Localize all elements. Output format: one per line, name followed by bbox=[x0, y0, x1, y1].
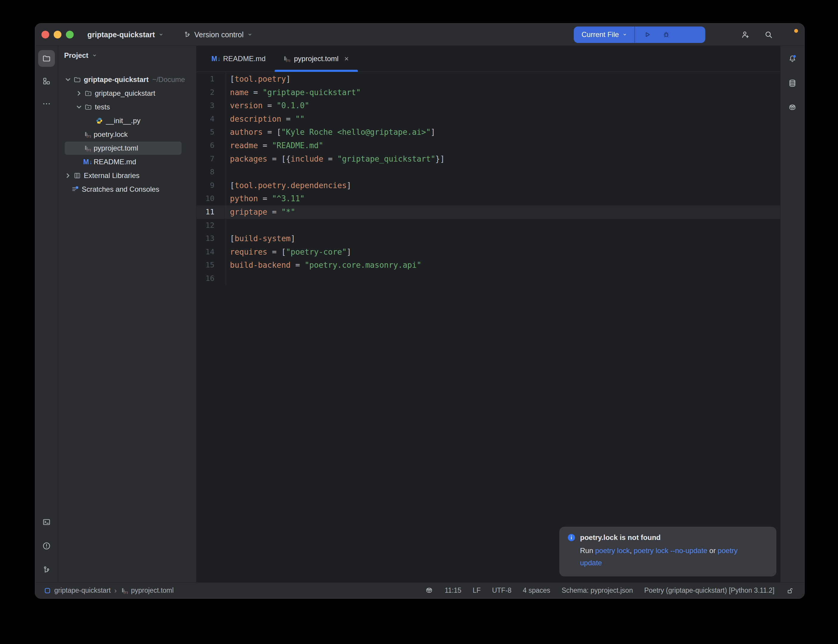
close-button[interactable] bbox=[41, 31, 49, 38]
tab-pyproject-toml[interactable]: [T]pyproject.toml bbox=[274, 46, 358, 72]
code-area: 1[tool.poetry]2name = "griptape-quicksta… bbox=[197, 72, 780, 285]
structure-icon bbox=[42, 77, 51, 85]
tree-item-label: tests bbox=[95, 103, 110, 111]
terminal-tool-button[interactable] bbox=[38, 514, 55, 531]
tree-item-label: griptape-quickstart bbox=[84, 76, 148, 84]
breadcrumb-separator: › bbox=[114, 586, 117, 595]
code-line-13[interactable]: 13[build-system] bbox=[197, 232, 780, 245]
inspections-check-icon[interactable] bbox=[766, 76, 776, 85]
settings-gear-icon[interactable] bbox=[787, 30, 797, 39]
code-line-11[interactable]: 11griptape = "*" bbox=[197, 205, 780, 219]
debug-icon[interactable] bbox=[662, 30, 671, 39]
git-tool-button[interactable] bbox=[38, 562, 55, 578]
code-text: [build-system] bbox=[226, 232, 295, 245]
tree-item-label: griptape_quickstart bbox=[95, 89, 155, 97]
ai-assistant-button[interactable] bbox=[784, 99, 801, 116]
project-tool-button[interactable] bbox=[38, 50, 55, 67]
link-poetry-lock[interactable]: poetry lock bbox=[595, 547, 630, 555]
tree-item-griptape-quickstart-root[interactable]: griptape-quickstart~/Docume bbox=[58, 73, 196, 87]
notifications-button[interactable] bbox=[784, 50, 801, 67]
code-text: griptape = "*" bbox=[226, 205, 295, 219]
run-icon[interactable] bbox=[643, 30, 652, 39]
code-line-8[interactable]: 8 bbox=[197, 166, 780, 179]
minimize-button[interactable] bbox=[54, 31, 61, 38]
chevron-right-icon bbox=[74, 88, 84, 99]
chevron-down-icon bbox=[158, 31, 164, 38]
code-line-14[interactable]: 14requires = ["poetry-core"] bbox=[197, 245, 780, 259]
run-toolbar: Current File bbox=[574, 26, 705, 43]
terminal-icon bbox=[42, 518, 51, 527]
tree-item-griptape_quickstart-dir[interactable]: griptape_quickstart bbox=[58, 87, 196, 100]
toml-icon: [T] bbox=[283, 55, 290, 62]
code-line-7[interactable]: 7packages = [{include = "griptape_quicks… bbox=[197, 152, 780, 166]
code-text: build-backend = "poetry.core.masonry.api… bbox=[226, 258, 421, 272]
tab-readme-md[interactable]: M↓README.md bbox=[203, 46, 274, 72]
close-tab-icon[interactable] bbox=[343, 55, 350, 62]
tree-item-poetry-lock-file[interactable]: [T]poetry.lock bbox=[58, 128, 196, 141]
code-line-15[interactable]: 15build-backend = "poetry.core.masonry.a… bbox=[197, 258, 780, 272]
line-number: 6 bbox=[197, 139, 226, 152]
window-controls bbox=[41, 31, 74, 38]
breadcrumb-file[interactable]: [T]pyproject.toml bbox=[120, 586, 174, 595]
editor[interactable]: 1[tool.poetry]2name = "griptape-quicksta… bbox=[197, 72, 780, 582]
add-user-icon[interactable] bbox=[741, 30, 750, 39]
tree-item-pyproject-toml-file[interactable]: [T]pyproject.toml bbox=[58, 141, 196, 155]
breadcrumb-project[interactable]: griptape-quickstart bbox=[44, 586, 111, 595]
readonly-toggle-icon[interactable] bbox=[786, 586, 794, 595]
interpreter-indicator[interactable]: Poetry (griptape-quickstart) [Python 3.1… bbox=[644, 586, 774, 595]
svg-text:[T]: [T] bbox=[123, 591, 128, 594]
line-ending-indicator[interactable]: LF bbox=[473, 586, 481, 595]
run-configuration-selector[interactable]: Current File bbox=[582, 30, 619, 39]
database-tool-button[interactable] bbox=[784, 75, 801, 92]
line-number: 2 bbox=[197, 86, 226, 99]
search-icon[interactable] bbox=[764, 30, 773, 39]
code-line-5[interactable]: 5authors = ["Kyle Roche <hello@griptape.… bbox=[197, 125, 780, 139]
project-switcher[interactable]: griptape-quickstart bbox=[87, 30, 164, 39]
chevron-down-icon bbox=[62, 74, 73, 85]
markdown-icon: M↓ bbox=[83, 158, 91, 166]
tree-item-tests-dir[interactable]: tests bbox=[58, 100, 196, 114]
code-text: python = "^3.11" bbox=[226, 192, 304, 205]
copilot-icon bbox=[788, 103, 797, 112]
code-line-12[interactable]: 12 bbox=[197, 219, 780, 232]
tree-item-scratches-and-consoles[interactable]: Scratches and Consoles bbox=[58, 182, 196, 196]
code-line-1[interactable]: 1[tool.poetry] bbox=[197, 72, 780, 86]
scratches-icon bbox=[71, 186, 79, 193]
code-line-6[interactable]: 6readme = "README.md" bbox=[197, 139, 780, 152]
code-line-3[interactable]: 3version = "0.1.0" bbox=[197, 99, 780, 112]
caret-position[interactable]: 11:15 bbox=[445, 586, 461, 595]
tree-item-path: ~/Docume bbox=[152, 76, 185, 84]
code-line-2[interactable]: 2name = "griptape-quickstart" bbox=[197, 86, 780, 99]
more-actions-icon[interactable] bbox=[680, 30, 690, 39]
tree-item-init-py-file[interactable]: __init__.py bbox=[58, 114, 196, 128]
svg-text:[T]: [T] bbox=[86, 148, 91, 152]
line-number: 4 bbox=[197, 112, 226, 126]
tree-item-readme-file[interactable]: M↓README.md bbox=[58, 155, 196, 169]
code-line-9[interactable]: 9[tool.poetry.dependencies] bbox=[197, 179, 780, 192]
indent-indicator[interactable]: 4 spaces bbox=[523, 586, 550, 595]
database-icon bbox=[788, 79, 797, 88]
tree-item-label: README.md bbox=[94, 158, 136, 166]
copilot-status-icon[interactable] bbox=[425, 586, 433, 595]
problems-tool-button[interactable] bbox=[38, 537, 55, 554]
tab-options-icon[interactable] bbox=[765, 55, 772, 62]
zoom-button[interactable] bbox=[66, 31, 74, 38]
code-line-10[interactable]: 10python = "^3.11" bbox=[197, 192, 780, 205]
notification-text: Run bbox=[580, 547, 595, 555]
git-branch-icon bbox=[183, 31, 191, 38]
project-panel-header[interactable]: Project bbox=[58, 46, 196, 65]
notification-title: poetry.lock is not found bbox=[580, 533, 661, 542]
tab-label: README.md bbox=[223, 54, 266, 63]
structure-tool-button[interactable] bbox=[38, 73, 55, 89]
schema-indicator[interactable]: Schema: pyproject.json bbox=[562, 586, 633, 595]
line-number: 12 bbox=[197, 219, 226, 232]
code-line-4[interactable]: 4description = "" bbox=[197, 112, 780, 126]
project-panel: Project griptape-quickstart~/Documegript… bbox=[58, 46, 197, 582]
code-line-16[interactable]: 16 bbox=[197, 272, 780, 285]
encoding-indicator[interactable]: UTF-8 bbox=[492, 586, 511, 595]
more-tools-button[interactable] bbox=[38, 95, 55, 112]
vcs-widget[interactable]: Version control bbox=[183, 30, 253, 39]
tree-item-external-libraries[interactable]: External Libraries bbox=[58, 169, 196, 182]
link-poetry-lock-no-update[interactable]: poetry lock --no-update bbox=[634, 547, 707, 555]
vcs-label: Version control bbox=[194, 30, 243, 39]
